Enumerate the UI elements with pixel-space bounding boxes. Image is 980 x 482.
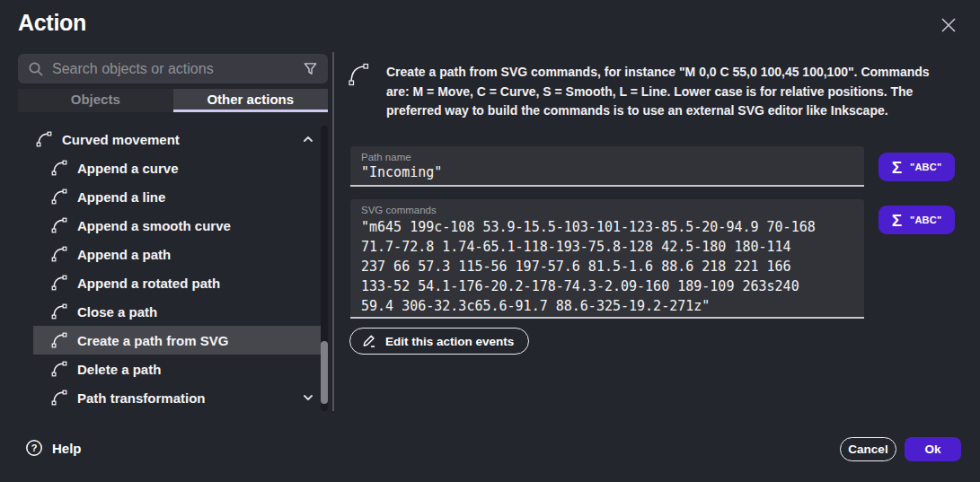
chevron-down-icon[interactable] — [302, 392, 314, 403]
path-name-expression-button[interactable]: Σ "ABC" — [878, 153, 955, 181]
help-icon: ? — [25, 439, 43, 457]
panel-divider — [332, 52, 334, 411]
page-title: Action — [18, 10, 86, 36]
abc-label: "ABC" — [910, 215, 941, 225]
tab-other-actions[interactable]: Other actions — [173, 89, 329, 112]
ok-button[interactable]: Ok — [905, 437, 961, 461]
pencil-icon — [361, 333, 377, 349]
actions-list: Curved movement Append a curve Append a … — [18, 125, 322, 412]
list-item-append-a-path[interactable]: Append a path — [33, 240, 322, 268]
tab-objects[interactable]: Objects — [18, 89, 173, 112]
curve-icon — [49, 158, 69, 178]
edit-action-events-button[interactable]: Edit this action events — [349, 328, 529, 355]
list-item-append-a-smooth-curve[interactable]: Append a smooth curve — [33, 211, 322, 240]
list-item-append-a-curve[interactable]: Append a curve — [33, 153, 322, 182]
tab-bar: Objects Other actions — [18, 89, 328, 112]
list-item-path-transformation[interactable]: Path transformation — [33, 383, 322, 412]
curve-icon — [49, 330, 69, 350]
group-label: Curved movement — [62, 132, 180, 147]
search-bar — [18, 54, 328, 83]
list-item-create-a-path-from-svg[interactable]: Create a path from SVG — [33, 326, 322, 355]
curve-icon — [49, 187, 69, 206]
action-dialog: Action Objects Other actions — [0, 0, 980, 482]
path-name-label: Path name — [361, 152, 853, 162]
close-icon — [940, 17, 957, 33]
close-button[interactable] — [938, 14, 959, 36]
group-curved-movement[interactable]: Curved movement — [18, 125, 322, 153]
filter-icon[interactable] — [303, 61, 318, 76]
path-name-field[interactable]: Path name "Incoming" — [350, 146, 864, 187]
help-button[interactable]: ? Help — [25, 439, 82, 457]
svg-text:?: ? — [31, 443, 38, 453]
search-input[interactable] — [52, 61, 295, 77]
cancel-button[interactable]: Cancel — [840, 437, 896, 461]
help-label: Help — [52, 441, 82, 456]
search-icon — [28, 61, 44, 77]
chevron-up-icon[interactable] — [302, 134, 314, 145]
curve-icon — [49, 215, 69, 235]
svg-commands-expression-button[interactable]: Σ "ABC" — [878, 206, 955, 234]
curve-icon — [49, 244, 69, 264]
edit-button-label: Edit this action events — [385, 335, 514, 348]
list-item-append-a-rotated-path[interactable]: Append a rotated path — [33, 268, 322, 297]
list-item-delete-a-path[interactable]: Delete a path — [33, 355, 322, 383]
list-scrollbar[interactable] — [321, 126, 328, 411]
list-item-close-a-path[interactable]: Close a path — [33, 297, 322, 326]
svg-commands-field[interactable]: SVG commands "m645 199c-108 53.9-15.5-10… — [350, 199, 864, 319]
path-name-value[interactable]: "Incoming" — [361, 164, 853, 180]
scrollbar-thumb[interactable] — [321, 341, 328, 404]
svg-commands-value[interactable]: "m645 199c-108 53.9-15.5-103-101-123-85.… — [361, 217, 853, 316]
curve-icon — [49, 273, 69, 293]
curve-icon — [49, 359, 69, 379]
svg-commands-label: SVG commands — [361, 205, 853, 215]
sigma-icon: Σ — [892, 159, 902, 176]
curve-icon — [49, 388, 69, 408]
tab-underline — [18, 110, 173, 112]
curve-icon — [34, 129, 54, 149]
curve-icon — [346, 59, 371, 88]
sigma-icon: Σ — [892, 212, 902, 229]
action-description: Create a path from SVG commands, for ins… — [386, 63, 941, 121]
tab-underline — [173, 110, 329, 112]
curve-icon — [49, 302, 69, 321]
abc-label: "ABC" — [910, 162, 941, 172]
list-item-append-a-line[interactable]: Append a line — [33, 182, 322, 211]
